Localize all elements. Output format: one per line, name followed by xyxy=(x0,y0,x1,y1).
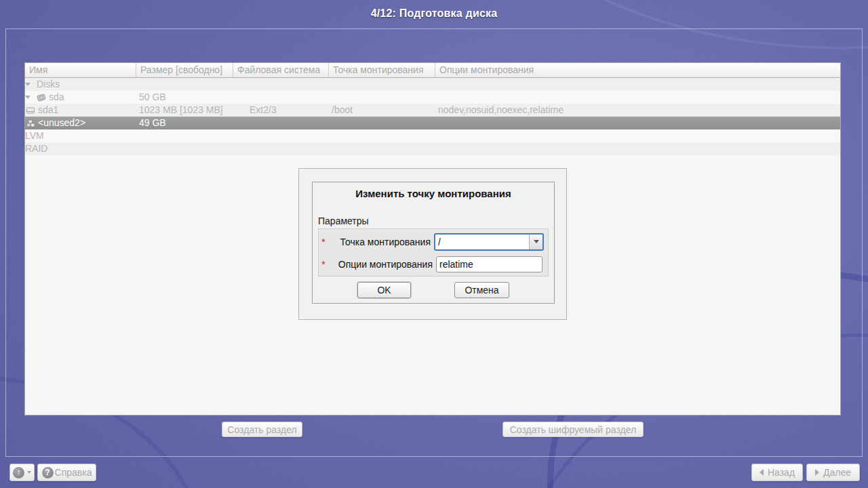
table-header: Имя Размер [свободно] Файловая система Т… xyxy=(25,63,840,78)
page-title: 4/12: Подготовка диска xyxy=(0,7,868,20)
row-label: sda1 xyxy=(36,104,58,117)
row-filesystem: Ext2/3 xyxy=(233,104,329,117)
row-label: LVM xyxy=(25,129,44,142)
edit-mountpoint-dialog: Изменить точку монтирования Параметры * … xyxy=(298,168,567,320)
column-header-name: Имя xyxy=(25,63,136,77)
back-button-label: Назад xyxy=(768,467,795,478)
column-header-filesystem: Файловая система xyxy=(233,63,329,77)
question-icon: ? xyxy=(42,467,54,479)
ok-button[interactable]: OK xyxy=(357,282,411,298)
row-size: 49 GB xyxy=(136,117,233,129)
table-row-unused2[interactable]: <unused2> 49 GB xyxy=(25,117,840,129)
row-options: nodev,nosuid,noexec,relatime xyxy=(435,104,840,117)
row-size: 50 GB xyxy=(136,91,233,104)
chevron-down-icon xyxy=(27,471,31,474)
column-header-size: Размер [свободно] xyxy=(136,63,233,77)
row-label: RAID xyxy=(25,142,47,155)
help-button-label: Справка xyxy=(55,467,92,478)
cancel-button[interactable]: Отмена xyxy=(454,282,509,298)
dialog-panel: Изменить точку монтирования Параметры * … xyxy=(312,182,555,304)
partition-icon xyxy=(25,105,36,116)
row-mountpoint: /boot xyxy=(329,104,435,117)
mount-options-label: Опции монтирования xyxy=(328,259,436,270)
expander-down-icon[interactable] xyxy=(25,96,31,99)
column-header-mountpoint: Точка монтирования xyxy=(329,63,435,77)
row-size: 1023 MB [1023 MB] xyxy=(136,104,233,117)
help-button[interactable]: ? Справка xyxy=(37,464,96,481)
mount-point-value: / xyxy=(435,235,529,249)
table-row-raid[interactable]: RAID xyxy=(25,142,840,155)
expander-down-icon[interactable] xyxy=(25,83,31,86)
required-marker: * xyxy=(319,236,328,247)
chevron-left-icon xyxy=(760,469,764,476)
next-button[interactable]: Далее xyxy=(806,464,860,481)
row-label: Disks xyxy=(31,78,60,91)
mount-point-select[interactable]: / xyxy=(434,233,544,251)
table-row-lvm[interactable]: LVM xyxy=(25,129,840,142)
mount-options-row: * Опции монтирования xyxy=(319,253,548,274)
back-button[interactable]: Назад xyxy=(751,464,803,481)
chevron-down-icon[interactable] xyxy=(529,235,542,249)
row-label: sda xyxy=(47,91,64,104)
dialog-title: Изменить точку монтирования xyxy=(313,188,554,199)
step-menu-button[interactable]: ↑ xyxy=(9,464,35,481)
mount-point-row: * Точка монтирования / xyxy=(319,231,548,252)
parameters-label: Параметры xyxy=(318,216,369,226)
chevron-right-icon xyxy=(815,469,819,476)
create-encrypted-partition-button[interactable]: Создать шифруемый раздел xyxy=(502,422,644,437)
table-row-sda1[interactable]: sda1 1023 MB [1023 MB] Ext2/3 /boot node… xyxy=(25,104,840,117)
mount-point-label: Точка монтирования xyxy=(328,237,434,247)
disk-icon xyxy=(36,92,47,103)
free-space-icon xyxy=(25,118,36,129)
parameters-box: * Точка монтирования / * Опции монтирова… xyxy=(318,228,549,277)
required-marker: * xyxy=(319,258,328,270)
mount-options-input[interactable] xyxy=(436,256,542,272)
installer-window: { "window": { "title": "4/12: Подготовка… xyxy=(0,0,868,488)
next-button-label: Далее xyxy=(823,467,851,478)
table-row-sda[interactable]: sda 50 GB xyxy=(25,91,840,104)
column-header-options: Опции монтирования xyxy=(435,63,840,77)
row-label: <unused2> xyxy=(36,117,85,129)
create-partition-button[interactable]: Создать раздел xyxy=(222,422,302,437)
up-arrow-icon: ↑ xyxy=(13,467,24,479)
table-row-disks[interactable]: Disks xyxy=(25,78,840,91)
